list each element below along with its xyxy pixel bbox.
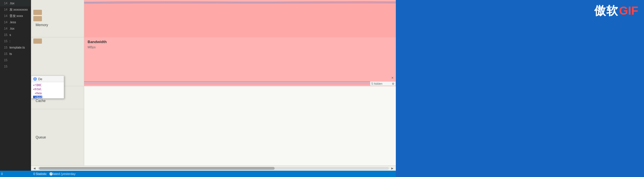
memory-bar [33, 10, 42, 15]
file-name: 普发:xxxx [9, 14, 23, 18]
code-line-1: <!DOC [33, 83, 62, 87]
file-item[interactable]: 15 [0, 57, 31, 63]
file-item[interactable]: 15 : [0, 38, 31, 44]
hidden-count: 5 hidden [371, 82, 382, 85]
line-number: 14 [2, 26, 7, 31]
bandwidth-chart-svg [84, 37, 396, 86]
file-item[interactable]: 15 template.ts [0, 44, 31, 51]
memory-bar-2 [33, 16, 42, 21]
line-number: 14 [2, 20, 7, 25]
scrollbar-area[interactable]: ◄ ► [31, 166, 396, 171]
line-number: 15 [2, 39, 7, 44]
file-name: .tsx [9, 1, 14, 5]
devtools-popup-content: <!DOC <html <hea <bod <di [31, 82, 64, 98]
devtools-title: De [38, 77, 42, 81]
memory-chart-area [84, 0, 396, 37]
queue-label: Queue [33, 134, 48, 141]
selected-line: <bod [33, 96, 42, 98]
file-item[interactable]: 15 s [0, 32, 31, 38]
file-name: .less [9, 20, 16, 24]
file-name: : [9, 39, 10, 43]
file-item[interactable]: 14 发:xxxxxxxxx [0, 6, 31, 13]
devtools-area: Memory Cache Queue [31, 0, 396, 177]
scrollbar-thumb[interactable] [39, 167, 275, 170]
watermark-chinese: 傲软 [594, 3, 618, 19]
scroll-left-arrow[interactable]: ◄ [32, 166, 37, 171]
empty-chart-area [84, 86, 396, 166]
stat-bar-row [33, 10, 82, 15]
line-number: 15 [2, 51, 7, 56]
watermark-gif: GIF [619, 4, 638, 17]
devtools-popup[interactable]: De <!DOC <html <hea <bod <di [31, 76, 64, 99]
bandwidth-bar [33, 39, 42, 44]
file-name: s [9, 33, 11, 36]
file-item[interactable]: 14 .tsx [0, 0, 31, 6]
chrome-icon [33, 77, 37, 81]
stat-bar-row [33, 16, 82, 21]
clock-icon: 🕐 [49, 172, 53, 176]
line-number: 15 [2, 45, 7, 50]
line-number: 14 [2, 13, 7, 18]
file-name: .tsx [9, 27, 14, 30]
status-bar: 0 Statistic 🕐 lated (yesterday [31, 171, 396, 177]
close-button[interactable]: × [391, 76, 394, 80]
memory-label: Memory [33, 22, 50, 28]
settings-icon[interactable]: ⚙ [392, 82, 394, 85]
code-editor-panel: 14 .tsx 14 发:xxxxxxxxx 14 普发:xxxx 14 .le… [0, 0, 31, 177]
line-number: 15 [2, 64, 7, 69]
memory-sidebar-section: Memory [31, 0, 84, 37]
code-line-4: <bod [33, 95, 62, 98]
watermark-container: 傲软 GIF [594, 3, 638, 19]
line-number: 14 [2, 7, 7, 12]
file-name: 发:xxxxxxxxx [9, 8, 28, 11]
devtools-popup-header: De [31, 76, 64, 82]
right-panel: 傲软 GIF [396, 0, 644, 177]
scrollbar-track[interactable] [38, 167, 389, 170]
cursor-position [238, 166, 238, 171]
memory-chart-svg [84, 0, 396, 37]
file-item[interactable]: 14 普发:xxxx [0, 13, 31, 19]
scroll-right-arrow[interactable]: ► [390, 166, 395, 171]
file-item[interactable]: 14 .tsx [0, 25, 31, 32]
memory-fill [84, 1, 396, 37]
chart-area: Bandwidth MBps [84, 0, 396, 166]
file-name: ts [9, 52, 12, 55]
line-number: 14 [2, 1, 7, 6]
file-item[interactable]: 14 .less [0, 19, 31, 25]
statistic-label: Statistic [36, 172, 47, 176]
line-number: 15 [2, 57, 7, 63]
line-number: 15 [2, 32, 7, 37]
zero-indicator: 0 [33, 172, 35, 176]
code-line-2: <html [33, 87, 62, 91]
queue-sidebar-section: Queue [31, 109, 84, 166]
bandwidth-chart-area: Bandwidth MBps [84, 37, 396, 86]
last-updated-label: lated (yesterday [53, 172, 76, 176]
file-item[interactable]: 15 [0, 63, 31, 70]
code-line-3: <hea [33, 91, 62, 95]
file-item[interactable]: 15 ts [0, 51, 31, 57]
file-name: template.ts [9, 46, 25, 49]
hidden-panel[interactable]: 5 hidden ⚙ [370, 81, 396, 86]
svg-point-2 [34, 78, 36, 80]
